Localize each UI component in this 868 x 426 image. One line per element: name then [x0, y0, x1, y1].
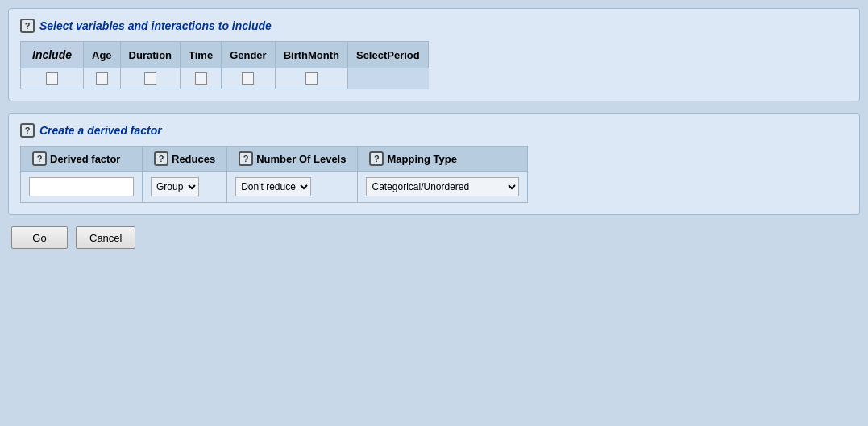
- cell-age: [21, 68, 84, 89]
- checkbox-age[interactable]: [46, 72, 58, 85]
- levels-select[interactable]: Don't reduce 2 3 4 5: [235, 177, 311, 196]
- checkbox-duration[interactable]: [96, 72, 108, 85]
- cell-derived-factor-input: [21, 172, 143, 203]
- cell-time: [120, 68, 180, 89]
- cell-birthmonth: [222, 68, 276, 89]
- col-birthmonth: BirthMonth: [275, 42, 347, 68]
- derived-factor-input[interactable]: [29, 177, 134, 196]
- section1-title: ? Select variables and interactions to i…: [20, 19, 848, 33]
- cell-mapping-select: Categorical/Unordered Categorical/Ordere…: [358, 172, 528, 203]
- cell-selectperiod: [275, 68, 347, 89]
- derived-factor-help-icon[interactable]: ?: [32, 151, 47, 166]
- reduces-select[interactable]: Group Sum Mean: [151, 177, 199, 196]
- reduces-help-icon[interactable]: ?: [154, 151, 168, 166]
- col-duration: Duration: [120, 42, 180, 68]
- col-selectperiod: SelectPeriod: [347, 42, 428, 68]
- checkbox-gender[interactable]: [195, 72, 207, 85]
- col-mapping-type: ? Mapping Type: [358, 147, 528, 172]
- section2-title: ? Create a derived factor: [20, 123, 848, 138]
- section-variables: ? Select variables and interactions to i…: [8, 8, 860, 101]
- col-time: Time: [181, 42, 222, 68]
- levels-help-icon[interactable]: ?: [239, 151, 253, 166]
- col-number-of-levels: ? Number Of Levels: [227, 147, 358, 172]
- include-label: Include: [21, 42, 84, 68]
- cancel-button[interactable]: Cancel: [76, 226, 135, 249]
- section1-help-icon[interactable]: ?: [20, 19, 35, 33]
- cell-gender: [181, 68, 222, 89]
- col-gender: Gender: [222, 42, 276, 68]
- checkbox-time[interactable]: [144, 72, 156, 85]
- cell-reduces-select: Group Sum Mean: [143, 172, 227, 203]
- col-derived-factor: ? Derived factor: [21, 147, 143, 172]
- go-button[interactable]: Go: [11, 226, 68, 249]
- section2-help-icon[interactable]: ?: [20, 123, 35, 138]
- col-reduces: ? Reduces: [143, 147, 227, 172]
- col-age: Age: [84, 42, 121, 68]
- variables-table: Include Age Duration Time Gender BirthMo…: [20, 41, 429, 89]
- checkbox-selectperiod[interactable]: [305, 72, 318, 85]
- section1-title-text: Select variables and interactions to inc…: [39, 19, 272, 32]
- cell-levels-select: Don't reduce 2 3 4 5: [227, 172, 358, 203]
- derived-table: ? Derived factor ? Reduces ? Number Of L…: [20, 146, 528, 203]
- mapping-help-icon[interactable]: ?: [369, 151, 384, 166]
- checkbox-birthmonth[interactable]: [242, 72, 254, 85]
- section-derived: ? Create a derived factor ? Derived fact…: [8, 113, 860, 215]
- mapping-select[interactable]: Categorical/Unordered Categorical/Ordere…: [366, 177, 519, 196]
- cell-duration: [84, 68, 121, 89]
- section2-title-text: Create a derived factor: [39, 124, 162, 137]
- footer-buttons: Go Cancel: [8, 226, 860, 249]
